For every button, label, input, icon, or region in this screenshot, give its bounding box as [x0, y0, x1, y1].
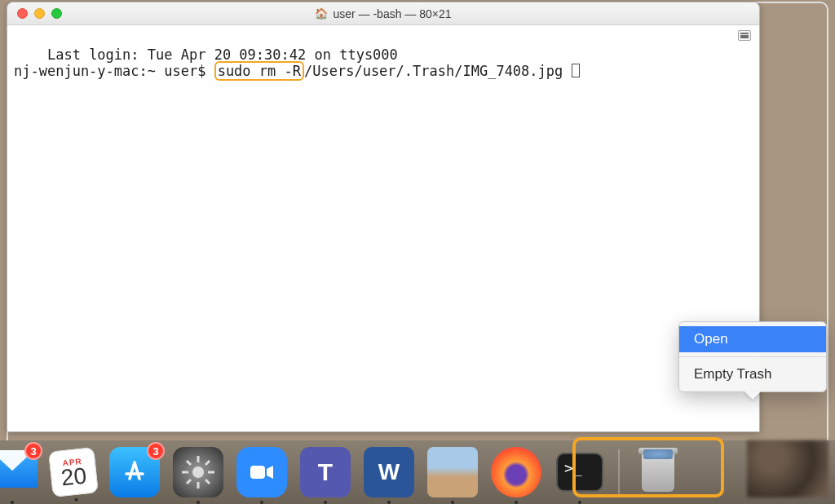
- menu-tail: [744, 391, 762, 400]
- terminal-window: 🏠 user — -bash — 80×21 Last login: Tue A…: [7, 2, 760, 432]
- dock-word[interactable]: W: [364, 447, 414, 497]
- close-button[interactable]: [17, 8, 28, 19]
- dock-settings[interactable]: [173, 447, 223, 497]
- maximize-button[interactable]: [51, 8, 62, 19]
- svg-rect-9: [250, 466, 265, 479]
- running-indicator: [197, 501, 200, 504]
- home-icon: 🏠: [315, 7, 328, 20]
- dock-zoom[interactable]: [236, 447, 287, 497]
- window-titlebar: 🏠 user — -bash — 80×21: [7, 2, 759, 25]
- dock-teams[interactable]: T: [300, 447, 351, 497]
- dock-appstore[interactable]: 3: [109, 447, 160, 497]
- svg-line-5: [187, 461, 191, 465]
- hamburger-icon[interactable]: [738, 30, 751, 41]
- trash-icon: [642, 453, 674, 492]
- terminal-prompt: nj-wenjun-y-mac:~ user$: [14, 63, 214, 79]
- dock-divider: [618, 449, 620, 495]
- terminal-output[interactable]: Last login: Tue Apr 20 09:30:42 on ttys0…: [7, 25, 759, 102]
- terminal-line: Last login: Tue Apr 20 09:30:42 on ttys0…: [47, 46, 398, 63]
- camera-icon: [245, 456, 278, 489]
- running-indicator: [515, 501, 518, 504]
- running-indicator: [324, 501, 327, 504]
- running-indicator: [451, 501, 454, 504]
- terminal-icon: >_: [556, 453, 603, 492]
- window-title: user — -bash — 80×21: [333, 7, 451, 20]
- dock: 3 APR 20 3 T W >_: [0, 440, 835, 504]
- dock-calendar[interactable]: APR 20: [48, 447, 99, 497]
- dock-firefox[interactable]: [491, 447, 541, 497]
- menu-open[interactable]: Open: [679, 326, 826, 352]
- trash-context-menu: Open Empty Trash: [678, 321, 827, 392]
- command-highlight: sudo rm -R: [214, 61, 304, 81]
- dock-terminal[interactable]: >_: [554, 447, 605, 497]
- terminal-cursor: [572, 64, 580, 77]
- gear-icon: [180, 454, 216, 490]
- appstore-badge: 3: [147, 442, 165, 460]
- running-indicator: [11, 501, 14, 504]
- dock-mail[interactable]: 3: [0, 447, 38, 497]
- svg-line-8: [205, 461, 210, 465]
- running-indicator: [578, 501, 581, 504]
- menu-empty-trash[interactable]: Empty Trash: [679, 361, 826, 387]
- dock-trash[interactable]: [633, 447, 683, 497]
- running-indicator: [387, 501, 391, 504]
- svg-line-6: [205, 480, 210, 484]
- teams-icon: T: [318, 458, 333, 486]
- svg-line-7: [187, 480, 191, 484]
- menu-divider: [679, 356, 826, 357]
- dock-photos[interactable]: [427, 447, 478, 497]
- mail-badge: 3: [24, 442, 42, 460]
- word-icon: W: [378, 459, 400, 485]
- calendar-day: 20: [60, 465, 88, 489]
- running-indicator: [74, 498, 77, 502]
- svg-point-0: [192, 466, 204, 478]
- command-rest: /Users/user/.Trash/IMG_7408.jpg: [304, 63, 572, 79]
- running-indicator: [260, 501, 263, 504]
- appstore-icon: [120, 458, 149, 487]
- minimize-button[interactable]: [34, 8, 45, 19]
